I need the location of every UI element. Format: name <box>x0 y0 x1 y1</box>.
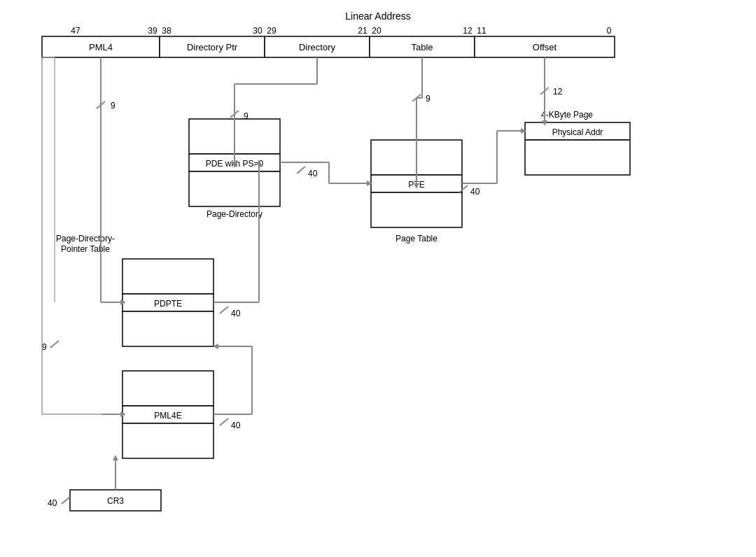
bit-29: 29 <box>267 26 276 36</box>
pdpte-entry-label: PDPTE <box>154 299 182 309</box>
bit-39: 39 <box>148 26 158 36</box>
directory-segment-label: Directory <box>299 42 336 52</box>
pml4-table-top-box <box>122 371 214 406</box>
bit-11: 11 <box>477 26 486 36</box>
bit-30: 30 <box>253 26 262 36</box>
pml4e-40-slash <box>220 418 228 425</box>
page-directory-label: Page-Directory <box>206 209 262 219</box>
pde-40-slash <box>297 167 305 174</box>
page-directory-bottom-box <box>189 171 280 206</box>
pdpt-bottom-box <box>122 311 214 346</box>
linear-address-title: Linear Address <box>345 10 410 22</box>
offset-segment-label: Offset <box>533 42 557 52</box>
4kbyte-page-label: 4-KByte Page <box>541 110 593 120</box>
cr3-label: CR3 <box>107 496 124 506</box>
pml4e-entry-label: PML4E <box>154 411 181 421</box>
bit-21: 21 <box>358 26 368 36</box>
pte-40-label: 40 <box>470 187 480 197</box>
pdpte-40-label: 40 <box>231 309 241 318</box>
table-9-label: 9 <box>426 94 430 104</box>
dirptr-segment-label: Directory Ptr <box>187 42 238 52</box>
bit-47: 47 <box>71 26 80 36</box>
pdpt-9-label: 9 <box>42 342 47 352</box>
offset-12-label: 12 <box>553 87 563 97</box>
physical-addr-label: Physical Addr <box>552 127 603 137</box>
pdpte-40-slash <box>220 306 228 313</box>
pdpt-top-box <box>122 259 214 294</box>
table-segment-label: Table <box>411 42 433 52</box>
bit-20: 20 <box>372 26 382 36</box>
pml4-table-bottom-box <box>122 423 214 458</box>
diagram: Linear Address 47 39 38 30 29 21 20 12 1… <box>0 0 756 557</box>
page-table-bottom-box <box>371 192 462 227</box>
cr3-40-label: 40 <box>48 498 57 508</box>
cr3-40-slash <box>62 497 70 504</box>
bit-38: 38 <box>162 26 172 36</box>
pml4-9-label: 9 <box>111 101 115 111</box>
main-svg: Linear Address 47 39 38 30 29 21 20 12 1… <box>0 0 756 557</box>
pdpt-label-line2: Pointer Table <box>61 244 110 254</box>
pml4e-40-label: 40 <box>231 421 241 430</box>
bit-12: 12 <box>463 26 472 36</box>
dir-9-label: 9 <box>244 111 248 121</box>
bit-0: 0 <box>607 26 612 36</box>
pdpt-label-line1: Page-Directory- <box>56 234 115 244</box>
page-table-label: Page Table <box>396 234 438 244</box>
pdpt-9-slash <box>50 341 59 348</box>
pml4-segment-label: PML4 <box>89 42 113 52</box>
pml4-table-arrow-head <box>113 455 118 460</box>
pde-40-label: 40 <box>308 169 318 178</box>
physical-page-bottom-box <box>525 140 630 175</box>
